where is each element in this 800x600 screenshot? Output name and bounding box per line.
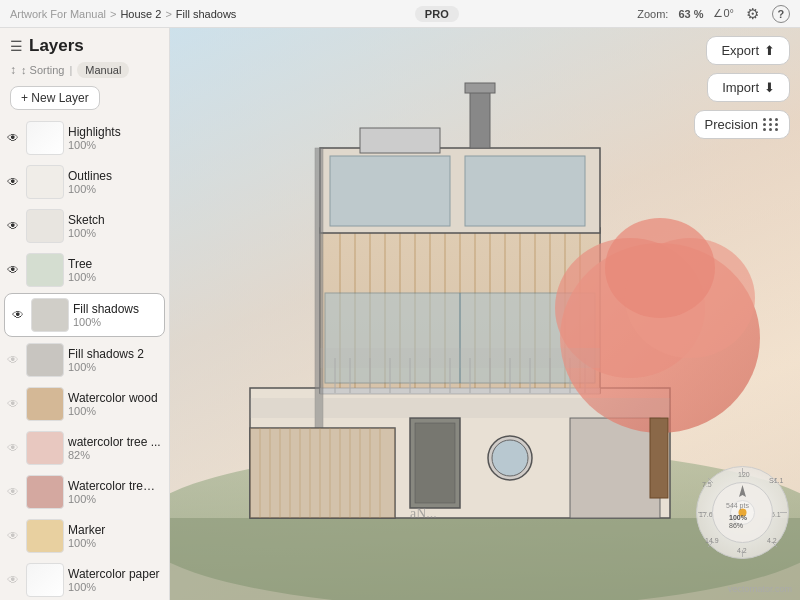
layer-item-fillshadows2[interactable]: 👁Fill shadows 2100% [0,338,169,382]
sidebar-title: Layers [29,36,84,56]
layer-eye-wctree[interactable]: 👁 [4,439,22,457]
svg-rect-74 [320,348,600,368]
layer-item-sketch[interactable]: 👁Sketch100% [0,204,169,248]
layer-name-wctree: watercolor tree ... [68,435,161,449]
layer-info-fillshadows2: Fill shadows 2100% [68,347,161,373]
layer-name-wctree2: Watercolor tree ... [68,479,161,493]
layer-info-wcpaper: Watercolor paper100% [68,567,161,593]
layer-opacity-fillshadows2: 100% [68,361,161,373]
svg-rect-31 [360,128,440,153]
layer-item-wcwood[interactable]: 👁Watercolor wood100% [0,382,169,426]
layer-item-outlines[interactable]: 👁Outlines100% [0,160,169,204]
layer-info-fillshadows: Fill shadows100% [73,302,156,328]
import-button[interactable]: Import ⬇ [707,73,790,102]
layer-eye-wcpaper[interactable]: 👁 [4,571,22,589]
layer-name-tree: Tree [68,257,161,271]
layer-opacity-sketch: 100% [68,227,161,239]
layer-item-tree[interactable]: 👁Tree100% [0,248,169,292]
layer-opacity-wctree2: 100% [68,493,161,505]
right-panel: Export ⬆ Import ⬇ Precision [690,28,800,147]
svg-text:aN...: aN... [410,506,437,521]
layer-item-wctree2[interactable]: 👁Watercolor tree ...100% [0,470,169,514]
layer-opacity-highlights: 100% [68,139,161,151]
import-icon: ⬇ [764,80,775,95]
layer-eye-outlines[interactable]: 👁 [4,173,22,191]
svg-rect-71 [250,428,395,518]
settings-icon[interactable]: ⚙ [744,5,762,23]
breadcrumb-sep2: > [165,8,171,20]
layer-item-wctree[interactable]: 👁watercolor tree ...82% [0,426,169,470]
svg-text:4.2: 4.2 [737,547,747,554]
layer-info-wctree2: Watercolor tree ...100% [68,479,161,505]
svg-text:544 pts: 544 pts [726,502,749,510]
layer-eye-tree[interactable]: 👁 [4,261,22,279]
layer-opacity-wcwood: 100% [68,405,161,417]
layer-eye-wctree2[interactable]: 👁 [4,483,22,501]
sorting-icon: ↕ [10,63,16,77]
precision-label: Precision [705,117,758,132]
layer-name-highlights: Highlights [68,125,161,139]
svg-rect-30 [465,156,585,226]
layer-opacity-marker: 100% [68,537,161,549]
export-label: Export [721,43,759,58]
help-icon[interactable]: ? [772,5,790,23]
breadcrumb: Artwork For Manual > House 2 > Fill shad… [10,8,236,20]
svg-point-6 [492,440,528,476]
sidebar-header: ☰ Layers [0,28,169,60]
svg-rect-73 [250,398,670,418]
layer-name-marker: Marker [68,523,161,537]
layer-thumb-wctree [26,431,64,465]
svg-text:14.9: 14.9 [705,537,719,544]
layer-item-fillshadows[interactable]: 👁Fill shadows100% [4,293,165,337]
layer-eye-sketch[interactable]: 👁 [4,217,22,235]
layer-info-highlights: Highlights100% [68,125,161,151]
zoom-value[interactable]: 63 % [678,8,703,20]
hamburger-menu-icon[interactable]: ☰ [10,38,23,54]
layer-item-marker[interactable]: 👁Marker100% [0,514,169,558]
svg-text:7.5: 7.5 [702,481,712,488]
layer-thumb-fillshadows [31,298,69,332]
breadcrumb-layer[interactable]: Fill shadows [176,8,237,20]
layer-thumb-wcwood [26,387,64,421]
layer-thumb-sketch [26,209,64,243]
layer-info-wctree: watercolor tree ...82% [68,435,161,461]
zoom-angle[interactable]: ∠0° [713,7,734,20]
layer-name-wcpaper: Watercolor paper [68,567,161,581]
svg-text:4.2: 4.2 [767,537,777,544]
sorting-bar: ↕ ↕ Sorting | Manual [0,60,169,84]
layer-item-highlights[interactable]: 👁Highlights100% [0,116,169,160]
layer-eye-fillshadows[interactable]: 👁 [9,306,27,324]
svg-text:120: 120 [738,471,750,478]
svg-text:S1.1: S1.1 [769,477,784,484]
layer-info-tree: Tree100% [68,257,161,283]
layer-opacity-fillshadows: 100% [73,316,156,328]
new-layer-button[interactable]: + New Layer [10,86,100,110]
layer-thumb-tree [26,253,64,287]
breadcrumb-house[interactable]: House 2 [120,8,161,20]
precision-button[interactable]: Precision [694,110,790,139]
sorting-mode-badge[interactable]: Manual [77,62,129,78]
layer-info-sketch: Sketch100% [68,213,161,239]
layer-info-wcwood: Watercolor wood100% [68,391,161,417]
svg-text:86%: 86% [729,522,743,529]
layer-eye-wcwood[interactable]: 👁 [4,395,22,413]
breadcrumb-artwork[interactable]: Artwork For Manual [10,8,106,20]
layer-eye-fillshadows2[interactable]: 👁 [4,351,22,369]
layer-name-fillshadows: Fill shadows [73,302,156,316]
layers-panel: ☰ Layers ↕ ↕ Sorting | Manual + New Laye… [0,28,170,600]
layer-opacity-outlines: 100% [68,183,161,195]
layer-name-sketch: Sketch [68,213,161,227]
layer-thumb-fillshadows2 [26,343,64,377]
bottom-bar: vectornator.com [680,578,800,600]
svg-rect-54 [650,418,668,498]
header-controls: Zoom: 63 % ∠0° ⚙ ? [637,5,790,23]
layer-eye-marker[interactable]: 👁 [4,527,22,545]
export-button[interactable]: Export ⬆ [706,36,790,65]
layer-eye-highlights[interactable]: 👁 [4,129,22,147]
sorting-separator: | [69,64,72,76]
compass-wheel[interactable]: 120 S1.1 5.1 4.2 4.2 14.9 17.6 7.5 544 p… [695,465,790,560]
layer-item-wcpaper[interactable]: 👁Watercolor paper100% [0,558,169,600]
layer-name-outlines: Outlines [68,169,161,183]
watermark: vectornator.com [728,584,792,594]
svg-text:17.6: 17.6 [699,511,713,518]
